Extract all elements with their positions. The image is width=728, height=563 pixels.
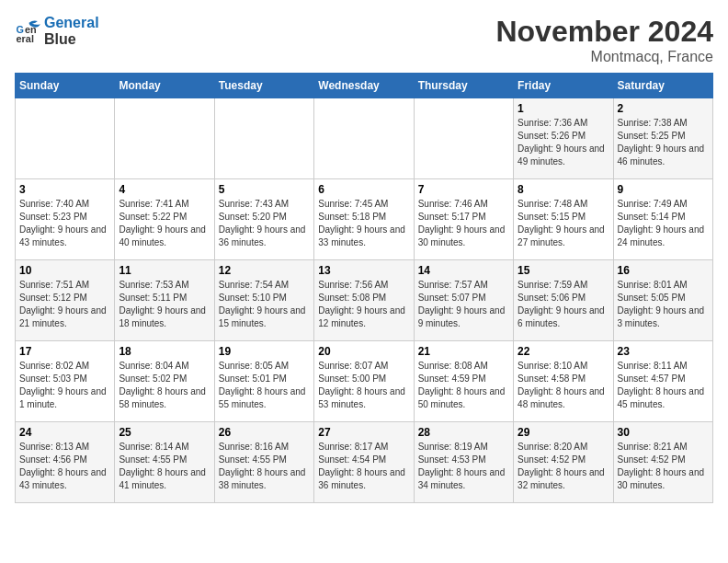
- day-of-week-header: Friday: [514, 74, 613, 98]
- calendar-day-cell: [414, 98, 513, 179]
- day-number: 18: [119, 345, 210, 358]
- logo: G en eral General Blue: [15, 15, 99, 48]
- day-info: Sunrise: 7:54 AM Sunset: 5:10 PM Dayligh…: [219, 279, 310, 330]
- calendar-day-cell: 16Sunrise: 8:01 AM Sunset: 5:05 PM Dayli…: [613, 260, 712, 341]
- calendar-day-cell: 26Sunrise: 8:16 AM Sunset: 4:55 PM Dayli…: [214, 422, 313, 503]
- day-info: Sunrise: 7:41 AM Sunset: 5:22 PM Dayligh…: [119, 198, 210, 249]
- day-info: Sunrise: 8:10 AM Sunset: 4:58 PM Dayligh…: [518, 360, 609, 411]
- header: G en eral General Blue November 2024 Mon…: [15, 15, 713, 65]
- calendar-day-cell: 25Sunrise: 8:14 AM Sunset: 4:55 PM Dayli…: [115, 422, 214, 503]
- day-of-week-header: Sunday: [16, 74, 115, 98]
- calendar-week-row: 1Sunrise: 7:36 AM Sunset: 5:26 PM Daylig…: [16, 98, 713, 179]
- calendar-day-cell: 4Sunrise: 7:41 AM Sunset: 5:22 PM Daylig…: [115, 179, 214, 260]
- day-of-week-header: Tuesday: [214, 74, 313, 98]
- day-info: Sunrise: 8:07 AM Sunset: 5:00 PM Dayligh…: [318, 360, 409, 411]
- day-info: Sunrise: 8:11 AM Sunset: 4:57 PM Dayligh…: [618, 360, 709, 411]
- calendar-day-cell: 1Sunrise: 7:36 AM Sunset: 5:26 PM Daylig…: [514, 98, 613, 179]
- day-number: 2: [618, 102, 709, 115]
- day-number: 17: [19, 345, 110, 358]
- calendar-day-cell: 10Sunrise: 7:51 AM Sunset: 5:12 PM Dayli…: [16, 260, 115, 341]
- calendar-day-cell: 14Sunrise: 7:57 AM Sunset: 5:07 PM Dayli…: [414, 260, 513, 341]
- day-number: 19: [219, 345, 310, 358]
- day-of-week-header: Thursday: [414, 74, 513, 98]
- location: Montmacq, France: [495, 49, 713, 65]
- logo-icon: G en eral: [15, 18, 40, 44]
- day-number: 25: [119, 426, 210, 439]
- day-info: Sunrise: 8:21 AM Sunset: 4:52 PM Dayligh…: [618, 441, 709, 492]
- day-number: 9: [618, 183, 709, 196]
- day-number: 11: [119, 264, 210, 277]
- day-info: Sunrise: 8:19 AM Sunset: 4:53 PM Dayligh…: [418, 441, 509, 492]
- day-of-week-header: Monday: [115, 74, 214, 98]
- day-number: 5: [219, 183, 310, 196]
- calendar-day-cell: 21Sunrise: 8:08 AM Sunset: 4:59 PM Dayli…: [414, 341, 513, 422]
- calendar-day-cell: 15Sunrise: 7:59 AM Sunset: 5:06 PM Dayli…: [514, 260, 613, 341]
- day-info: Sunrise: 8:20 AM Sunset: 4:52 PM Dayligh…: [518, 441, 609, 492]
- calendar-week-row: 17Sunrise: 8:02 AM Sunset: 5:03 PM Dayli…: [16, 341, 713, 422]
- calendar-body: 1Sunrise: 7:36 AM Sunset: 5:26 PM Daylig…: [16, 98, 713, 503]
- day-number: 7: [418, 183, 509, 196]
- day-number: 10: [19, 264, 110, 277]
- day-number: 27: [318, 426, 409, 439]
- day-info: Sunrise: 7:46 AM Sunset: 5:17 PM Dayligh…: [418, 198, 509, 249]
- calendar-day-cell: 13Sunrise: 7:56 AM Sunset: 5:08 PM Dayli…: [314, 260, 414, 341]
- day-number: 12: [219, 264, 310, 277]
- day-number: 21: [418, 345, 509, 358]
- day-number: 23: [618, 345, 709, 358]
- day-number: 8: [518, 183, 609, 196]
- day-info: Sunrise: 7:38 AM Sunset: 5:25 PM Dayligh…: [618, 117, 709, 168]
- calendar-day-cell: [214, 98, 313, 179]
- calendar-week-row: 24Sunrise: 8:13 AM Sunset: 4:56 PM Dayli…: [16, 422, 713, 503]
- calendar-day-cell: 8Sunrise: 7:48 AM Sunset: 5:15 PM Daylig…: [514, 179, 613, 260]
- calendar-day-cell: 18Sunrise: 8:04 AM Sunset: 5:02 PM Dayli…: [115, 341, 214, 422]
- calendar-day-cell: 30Sunrise: 8:21 AM Sunset: 4:52 PM Dayli…: [613, 422, 712, 503]
- day-number: 24: [19, 426, 110, 439]
- day-info: Sunrise: 8:04 AM Sunset: 5:02 PM Dayligh…: [119, 360, 210, 411]
- calendar-header-row: SundayMondayTuesdayWednesdayThursdayFrid…: [16, 74, 713, 98]
- day-info: Sunrise: 8:02 AM Sunset: 5:03 PM Dayligh…: [19, 360, 110, 411]
- day-info: Sunrise: 7:36 AM Sunset: 5:26 PM Dayligh…: [518, 117, 609, 168]
- day-number: 22: [518, 345, 609, 358]
- calendar-day-cell: 5Sunrise: 7:43 AM Sunset: 5:20 PM Daylig…: [214, 179, 313, 260]
- calendar-day-cell: 6Sunrise: 7:45 AM Sunset: 5:18 PM Daylig…: [314, 179, 414, 260]
- day-number: 15: [518, 264, 609, 277]
- calendar-table: SundayMondayTuesdayWednesdayThursdayFrid…: [15, 73, 713, 503]
- calendar-week-row: 3Sunrise: 7:40 AM Sunset: 5:23 PM Daylig…: [16, 179, 713, 260]
- calendar-day-cell: 20Sunrise: 8:07 AM Sunset: 5:00 PM Dayli…: [314, 341, 414, 422]
- calendar-day-cell: [115, 98, 214, 179]
- calendar-day-cell: 2Sunrise: 7:38 AM Sunset: 5:25 PM Daylig…: [613, 98, 712, 179]
- day-info: Sunrise: 7:45 AM Sunset: 5:18 PM Dayligh…: [318, 198, 409, 249]
- month-title: November 2024: [495, 15, 713, 49]
- day-number: 20: [318, 345, 409, 358]
- title-area: November 2024 Montmacq, France: [495, 15, 713, 65]
- day-info: Sunrise: 7:40 AM Sunset: 5:23 PM Dayligh…: [19, 198, 110, 249]
- day-number: 30: [618, 426, 709, 439]
- day-info: Sunrise: 7:57 AM Sunset: 5:07 PM Dayligh…: [418, 279, 509, 330]
- day-number: 6: [318, 183, 409, 196]
- calendar-day-cell: 24Sunrise: 8:13 AM Sunset: 4:56 PM Dayli…: [16, 422, 115, 503]
- day-number: 26: [219, 426, 310, 439]
- day-info: Sunrise: 8:16 AM Sunset: 4:55 PM Dayligh…: [219, 441, 310, 492]
- day-number: 13: [318, 264, 409, 277]
- calendar-day-cell: 23Sunrise: 8:11 AM Sunset: 4:57 PM Dayli…: [613, 341, 712, 422]
- calendar-week-row: 10Sunrise: 7:51 AM Sunset: 5:12 PM Dayli…: [16, 260, 713, 341]
- calendar-day-cell: 9Sunrise: 7:49 AM Sunset: 5:14 PM Daylig…: [613, 179, 712, 260]
- day-info: Sunrise: 7:56 AM Sunset: 5:08 PM Dayligh…: [318, 279, 409, 330]
- calendar-day-cell: 7Sunrise: 7:46 AM Sunset: 5:17 PM Daylig…: [414, 179, 513, 260]
- calendar-day-cell: 19Sunrise: 8:05 AM Sunset: 5:01 PM Dayli…: [214, 341, 313, 422]
- day-of-week-header: Wednesday: [314, 74, 414, 98]
- day-of-week-header: Saturday: [613, 74, 712, 98]
- calendar-day-cell: 28Sunrise: 8:19 AM Sunset: 4:53 PM Dayli…: [414, 422, 513, 503]
- calendar-day-cell: 3Sunrise: 7:40 AM Sunset: 5:23 PM Daylig…: [16, 179, 115, 260]
- day-number: 28: [418, 426, 509, 439]
- day-number: 3: [19, 183, 110, 196]
- calendar-day-cell: 29Sunrise: 8:20 AM Sunset: 4:52 PM Dayli…: [514, 422, 613, 503]
- calendar-day-cell: [314, 98, 414, 179]
- calendar-day-cell: 22Sunrise: 8:10 AM Sunset: 4:58 PM Dayli…: [514, 341, 613, 422]
- calendar-day-cell: 12Sunrise: 7:54 AM Sunset: 5:10 PM Dayli…: [214, 260, 313, 341]
- day-info: Sunrise: 7:51 AM Sunset: 5:12 PM Dayligh…: [19, 279, 110, 330]
- day-number: 4: [119, 183, 210, 196]
- calendar-day-cell: 11Sunrise: 7:53 AM Sunset: 5:11 PM Dayli…: [115, 260, 214, 341]
- day-info: Sunrise: 8:01 AM Sunset: 5:05 PM Dayligh…: [618, 279, 709, 330]
- day-info: Sunrise: 8:05 AM Sunset: 5:01 PM Dayligh…: [219, 360, 310, 411]
